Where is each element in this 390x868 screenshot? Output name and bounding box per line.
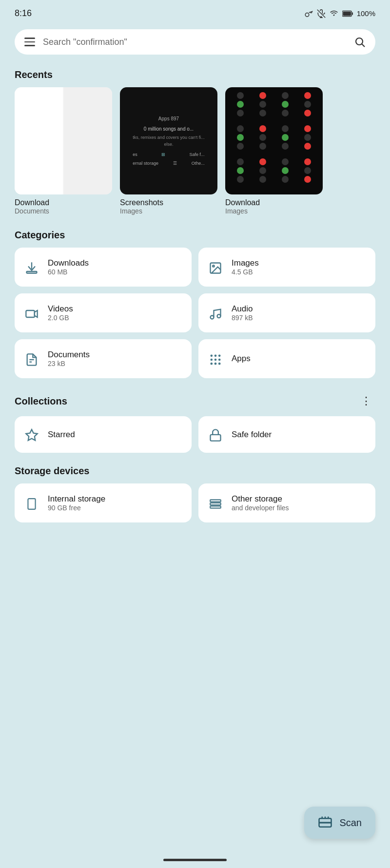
svg-line-6 xyxy=(362,44,365,47)
recent-name: Download xyxy=(225,198,323,207)
recents-title: Recents xyxy=(0,64,390,87)
recent-thumbnail xyxy=(225,87,323,194)
svg-marker-11 xyxy=(35,310,38,317)
collection-label: Safe folder xyxy=(232,430,272,440)
storage-sub: and developer files xyxy=(232,504,289,512)
bottom-navigation-bar xyxy=(163,859,227,861)
recent-thumbnail: Apps 897 0 million songs and o... tks, r… xyxy=(120,87,217,194)
svg-rect-29 xyxy=(210,500,221,502)
status-time: 8:16 xyxy=(15,8,32,19)
recent-name: Download xyxy=(15,198,112,207)
storage-label: Internal storage xyxy=(48,494,105,504)
svg-point-5 xyxy=(356,38,363,45)
collection-starred[interactable]: Starred xyxy=(15,416,192,453)
list-item[interactable]: Apps 897 0 million songs and o... tks, r… xyxy=(120,87,217,215)
apps-icon xyxy=(207,351,224,366)
list-item[interactable]: Download Images xyxy=(225,87,323,215)
category-label: Images xyxy=(232,258,259,268)
storage-other[interactable]: Other storage and developer files xyxy=(198,483,375,522)
svg-point-18 xyxy=(218,354,221,357)
svg-point-22 xyxy=(211,362,213,365)
recent-name: Screenshots xyxy=(120,198,217,207)
scan-label: Scan xyxy=(339,817,362,829)
category-apps[interactable]: Apps xyxy=(198,339,375,378)
scan-icon xyxy=(318,815,332,830)
svg-point-23 xyxy=(214,362,217,365)
hamburger-menu[interactable] xyxy=(24,38,35,46)
storage-title: Storage devices xyxy=(0,458,390,483)
category-downloads[interactable]: Downloads 60 MB xyxy=(15,248,192,287)
recents-scroll: Download Documents Apps 897 0 million so… xyxy=(0,87,390,225)
search-input[interactable]: Search "confirmation" xyxy=(43,37,346,47)
lock-icon xyxy=(207,427,224,442)
categories-grid: Downloads 60 MB Images 4.5 GB Videos 2.0… xyxy=(0,248,390,378)
svg-rect-7 xyxy=(27,271,37,273)
search-bar[interactable]: Search "confirmation" xyxy=(15,29,375,55)
storage-label: Other storage xyxy=(232,494,289,504)
svg-point-12 xyxy=(211,315,214,319)
svg-point-24 xyxy=(218,362,221,365)
svg-rect-3 xyxy=(352,12,353,15)
storage-sub: 90 GB free xyxy=(48,504,105,512)
recent-type: Images xyxy=(120,207,217,215)
star-icon xyxy=(23,427,40,442)
key-icon xyxy=(304,9,313,18)
recent-thumbnail xyxy=(15,87,112,194)
category-size: 4.5 GB xyxy=(232,268,259,276)
list-item[interactable]: Download Documents xyxy=(15,87,112,215)
svg-point-0 xyxy=(305,13,309,17)
collections-grid: Starred Safe folder xyxy=(0,416,390,453)
svg-point-17 xyxy=(214,354,217,357)
svg-rect-26 xyxy=(211,435,221,441)
collections-more-button[interactable]: ⋮ xyxy=(357,393,375,409)
storage-internal[interactable]: Internal storage 90 GB free xyxy=(15,483,192,522)
wifi-icon xyxy=(330,9,338,18)
svg-rect-27 xyxy=(28,499,35,509)
status-bar: 8:16 100% xyxy=(0,0,390,24)
layers-icon xyxy=(207,496,224,511)
audio-icon xyxy=(207,305,224,320)
svg-point-21 xyxy=(218,358,221,361)
svg-point-9 xyxy=(213,265,214,267)
category-label: Videos xyxy=(48,304,73,314)
collections-header: Collections ⋮ xyxy=(0,385,390,416)
search-icon[interactable] xyxy=(354,36,366,48)
category-label: Apps xyxy=(232,354,251,364)
category-size: 897 kB xyxy=(232,314,253,322)
svg-point-16 xyxy=(211,354,213,357)
storage-grid: Internal storage 90 GB free Other storag… xyxy=(0,483,390,522)
category-audio[interactable]: Audio 897 kB xyxy=(198,293,375,332)
scan-button[interactable]: Scan xyxy=(304,807,375,839)
collections-title: Collections xyxy=(15,396,67,407)
battery-percent: 100% xyxy=(357,9,375,18)
category-size: 2.0 GB xyxy=(48,314,73,322)
svg-point-20 xyxy=(214,358,217,361)
svg-point-13 xyxy=(217,314,221,318)
category-videos[interactable]: Videos 2.0 GB xyxy=(15,293,192,332)
svg-rect-30 xyxy=(210,503,221,505)
category-label: Downloads xyxy=(48,258,89,268)
image-icon xyxy=(207,259,224,274)
battery-icon xyxy=(342,10,353,17)
category-size: 60 MB xyxy=(48,268,89,276)
video-icon xyxy=(23,305,40,320)
svg-rect-4 xyxy=(343,11,351,15)
svg-point-19 xyxy=(211,358,213,361)
mute-icon xyxy=(317,9,326,18)
category-documents[interactable]: Documents 23 kB xyxy=(15,339,192,378)
recent-type: Images xyxy=(225,207,323,215)
recent-type: Documents xyxy=(15,207,112,215)
category-images[interactable]: Images 4.5 GB xyxy=(198,248,375,287)
category-label: Documents xyxy=(48,350,90,360)
collection-safe-folder[interactable]: Safe folder xyxy=(198,416,375,453)
phone-icon xyxy=(23,496,40,511)
svg-rect-31 xyxy=(210,506,221,508)
status-icons: 100% xyxy=(304,9,375,18)
svg-marker-25 xyxy=(26,429,37,440)
category-label: Audio xyxy=(232,304,253,314)
document-icon xyxy=(23,351,40,366)
category-size: 23 kB xyxy=(48,360,90,367)
collection-label: Starred xyxy=(48,430,75,440)
download-icon xyxy=(23,259,40,274)
svg-rect-10 xyxy=(26,310,35,317)
